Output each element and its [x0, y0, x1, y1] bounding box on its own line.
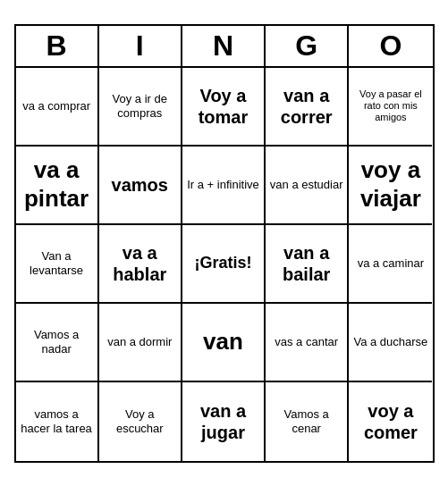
bingo-cell[interactable]: Voy a escuchar: [99, 382, 182, 461]
bingo-cell[interactable]: Voy a pasar el rato con mis amigos: [349, 68, 432, 147]
header-b: B: [16, 26, 99, 66]
header-g: G: [266, 26, 349, 66]
bingo-cell[interactable]: van a dormir: [99, 304, 182, 382]
bingo-cell[interactable]: ¡Gratis!: [182, 225, 266, 304]
bingo-cell[interactable]: Voy a tomar: [182, 68, 266, 147]
bingo-card: B I N G O va a comprarVoy a ir de compra…: [14, 24, 435, 463]
bingo-cell[interactable]: van a jugar: [182, 382, 266, 461]
header-o: O: [349, 26, 432, 66]
bingo-cell[interactable]: vamos: [99, 147, 182, 225]
bingo-header: B I N G O: [16, 26, 433, 68]
bingo-cell[interactable]: Vamos a cenar: [266, 382, 349, 461]
bingo-cell[interactable]: Van a levantarse: [16, 225, 99, 304]
bingo-cell[interactable]: vamos a hacer la tarea: [16, 382, 99, 461]
bingo-cell[interactable]: van a bailar: [266, 225, 349, 304]
bingo-cell[interactable]: Ir a + infinitive: [182, 147, 266, 225]
bingo-cell[interactable]: voy a viajar: [349, 147, 432, 225]
bingo-cell[interactable]: va a hablar: [99, 225, 182, 304]
bingo-cell[interactable]: va a comprar: [16, 68, 99, 147]
header-n: N: [182, 26, 266, 66]
header-i: I: [99, 26, 182, 66]
bingo-cell[interactable]: voy a comer: [349, 382, 432, 461]
bingo-cell[interactable]: va a pintar: [16, 147, 99, 225]
bingo-cell[interactable]: Va a ducharse: [349, 304, 432, 382]
bingo-cell[interactable]: Vamos a nadar: [16, 304, 99, 382]
bingo-grid: va a comprarVoy a ir de comprasVoy a tom…: [16, 68, 433, 461]
bingo-cell[interactable]: van a estudiar: [266, 147, 349, 225]
bingo-cell[interactable]: van: [182, 304, 266, 382]
bingo-cell[interactable]: van a correr: [266, 68, 349, 147]
bingo-cell[interactable]: vas a cantar: [266, 304, 349, 382]
bingo-cell[interactable]: Voy a ir de compras: [99, 68, 182, 147]
bingo-cell[interactable]: va a caminar: [349, 225, 432, 304]
